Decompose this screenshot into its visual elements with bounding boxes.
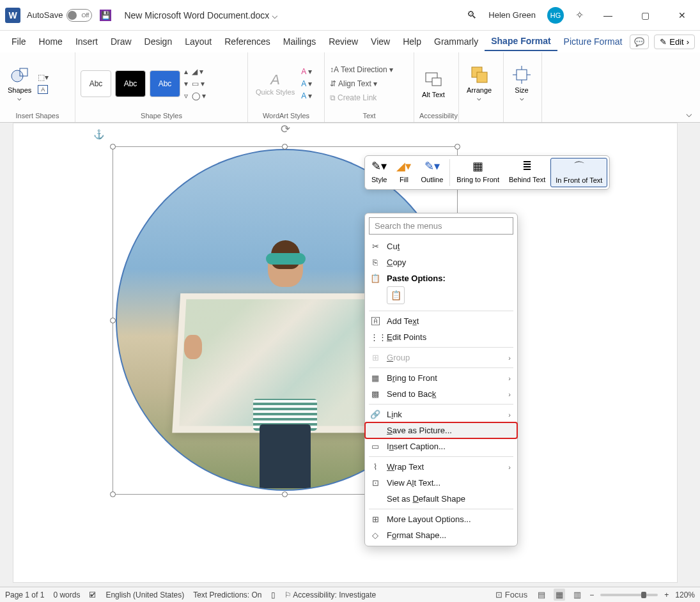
arrange-button[interactable]: Arrange⌵ [464,63,494,104]
menu-insert-caption[interactable]: ▭Insert Caption... [365,438,517,454]
menu-bring-to-front[interactable]: ▦Bring to Front› [365,370,517,386]
alt-text-button[interactable]: Alt Text [419,68,447,100]
resize-handle[interactable] [282,144,288,150]
align-text-button[interactable]: ⇵ Align Text ▾ [330,79,393,88]
tab-home[interactable]: Home [33,33,69,50]
document-area[interactable]: ⚓ ⟳ [0,123,700,587]
shape-style-1[interactable]: Abc [81,70,111,97]
shape-edit-stack[interactable]: ⬚▾ A [38,73,49,94]
status-accessibility[interactable]: ⚐ Accessibility: Investigate [284,590,377,599]
resize-handle[interactable] [110,318,116,323]
avatar[interactable]: HG [547,7,564,24]
tab-file[interactable]: File [5,33,33,50]
resize-handle[interactable] [110,144,116,150]
status-words[interactable]: 0 words [53,590,80,599]
behind-text-icon: ≣ [522,160,532,174]
tab-picture-format[interactable]: Picture Format [557,33,629,50]
zoom-in-button[interactable]: + [664,590,669,599]
zoom-out-button[interactable]: − [589,590,594,599]
spellcheck-icon[interactable]: 🗹 [89,590,97,599]
tab-grammarly[interactable]: Grammarly [428,33,485,50]
menu-search-input[interactable]: Search the menus [369,217,513,235]
menu-add-text[interactable]: 🄰Add Text [365,313,517,329]
menu-set-default-shape[interactable]: Set as Default Shape [365,491,517,507]
status-page[interactable]: Page 1 of 1 [5,590,44,599]
autosave-label: AutoSave [27,10,63,20]
web-layout-icon[interactable]: ▥ [572,589,583,601]
tab-insert[interactable]: Insert [69,33,104,50]
text-box-icon: 🄰 [370,316,380,326]
menu-cut[interactable]: ✂Cut [365,238,517,254]
macro-icon[interactable]: ▯ [271,590,276,599]
editing-mode-button[interactable]: ✎ Edit › [654,35,695,49]
minimize-button[interactable]: ― [595,6,621,25]
menu-more-layout-options[interactable]: ⊞More Layout Options... [365,511,517,527]
shape-fill-outline-effects[interactable]: ◢▾ ▭▾ ◯▾ [192,67,206,100]
menu-link[interactable]: 🔗Link› [365,406,517,422]
text-direction-button[interactable]: ↕A Text Direction ▾ [330,65,393,74]
mini-fill-button[interactable]: ◢▾Fill [392,158,416,187]
rotate-handle-icon[interactable]: ⟳ [281,123,290,136]
document-title[interactable]: New Microsoft Word Document.docx [124,10,269,20]
mini-style-button[interactable]: ✎▾Style [367,158,391,187]
tab-design[interactable]: Design [138,33,179,50]
mini-behind-text-button[interactable]: ≣Behind Text [504,158,550,187]
shapes-button[interactable]: Shapes⌵ [5,63,34,104]
tab-references[interactable]: References [218,33,277,50]
user-name[interactable]: Helen Green [488,10,536,20]
tab-mailings[interactable]: Mailings [277,33,322,50]
size-button[interactable]: Size⌵ [509,63,534,104]
page[interactable]: ⚓ ⟳ [13,123,678,583]
paste-option-button[interactable]: 📋 [387,286,405,304]
print-layout-icon[interactable]: ▦ [554,589,565,601]
close-button[interactable]: ✕ [669,6,695,25]
group-accessibility: Accessibility [419,112,453,121]
zoom-level[interactable]: 120% [675,590,695,599]
autosave-toggle[interactable]: Off [66,9,92,22]
style-icon: ✎▾ [371,160,387,174]
menu-tabs: File Home Insert Draw Design Layout Refe… [0,31,700,52]
menu-view-alt-text[interactable]: ⊡View Alt Text... [365,475,517,491]
link-icon: 🔗 [370,410,380,419]
doc-title-dropdown-icon[interactable]: ⌵ [272,9,278,21]
create-link-button: ⧉ Create Link [330,93,393,102]
resize-handle[interactable] [282,491,288,497]
resize-handle[interactable] [455,144,460,150]
mic-icon[interactable]: ✧ [575,9,584,21]
tab-shape-format[interactable]: Shape Format [485,32,557,51]
zoom-slider[interactable] [600,594,658,596]
outline-icon: ✎▾ [424,160,440,174]
status-language[interactable]: English (United States) [105,590,184,599]
ribbon-collapse-icon[interactable]: ⌵ [678,52,700,122]
menu-send-to-back[interactable]: ▩Send to Back› [365,386,517,402]
resize-handle[interactable] [110,491,116,497]
tab-draw[interactable]: Draw [104,33,138,50]
menu-format-shape[interactable]: ◇Format Shape... [365,527,517,543]
tab-layout[interactable]: Layout [178,33,218,50]
bring-front-icon: ▦ [472,160,483,174]
focus-button[interactable]: ⊡ Focus [494,589,529,601]
search-icon[interactable]: 🔍︎ [467,10,477,21]
shape-style-2[interactable]: Abc [115,70,146,97]
tab-review[interactable]: Review [322,33,364,50]
comments-button[interactable]: 💬 [630,35,649,49]
mini-in-front-button[interactable]: ⌒In Front of Text [550,158,607,187]
menu-save-as-picture[interactable]: Save as Picture... [365,422,517,438]
shape-style-3[interactable]: Abc [150,70,180,97]
menu-wrap-text[interactable]: ⌇Wrap Text› [365,459,517,475]
text-direction-icon: ↕A [330,65,339,74]
maximize-button[interactable]: ▢ [632,6,658,25]
tab-help[interactable]: Help [396,33,428,50]
tab-view[interactable]: View [364,33,396,50]
mini-outline-button[interactable]: ✎▾Outline [416,158,447,187]
save-icon[interactable]: 💾 [100,10,111,21]
menu-edit-points[interactable]: ⋮⋮Edit Points [365,329,517,345]
text-box-icon[interactable]: A [38,85,48,94]
paste-icon: 📋 [370,274,380,283]
read-mode-icon[interactable]: ▤ [536,589,547,601]
menu-copy[interactable]: ⎘Copy [365,254,517,270]
style-nav[interactable]: ▴▾▿ [184,67,188,100]
mini-bring-front-button[interactable]: ▦Bring to Front [452,158,504,187]
edit-shape-icon[interactable]: ⬚▾ [38,73,49,82]
status-predictions[interactable]: Text Predictions: On [193,590,261,599]
